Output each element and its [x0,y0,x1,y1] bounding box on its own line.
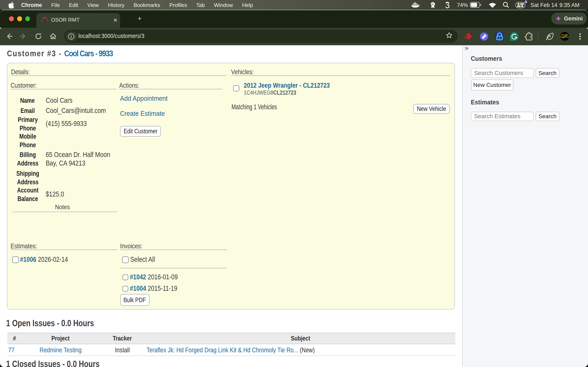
svg-text:Barrette: Barrette [562,34,568,36]
